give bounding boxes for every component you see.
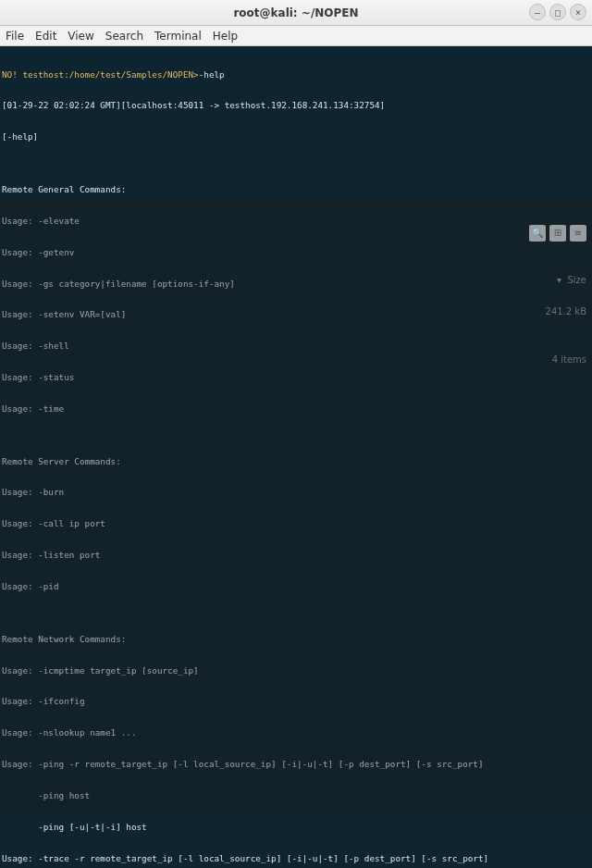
terminal-viewport[interactable]: NO! testhost:/home/test/Samples/NOPEN>-h… — [0, 46, 592, 868]
usage-line: Usage: -status — [2, 372, 590, 382]
menu-search[interactable]: Search — [105, 30, 143, 43]
prompt: NO! testhost:/home/test/Samples/NOPEN> — [2, 69, 199, 80]
usage-line: Usage: -listen port — [2, 550, 590, 560]
usage-line: Usage: -trace -r remote_target_ip [-l lo… — [2, 853, 590, 863]
maximize-button[interactable]: □ — [549, 4, 566, 20]
usage-line: Usage: -icmptime target_ip [source_ip] — [2, 665, 590, 676]
echo-line: [-help] — [2, 131, 590, 142]
menu-view[interactable]: View — [68, 30, 93, 43]
window-buttons: – □ × — [529, 4, 586, 20]
usage-line: -ping [-u|-t|-i] host — [2, 822, 590, 832]
menu-edit[interactable]: Edit — [35, 30, 56, 43]
usage-line: Usage: -getenv — [2, 247, 590, 257]
window-titlebar: root@kali: ~/NOPEN – □ × — [0, 0, 592, 26]
minimize-button[interactable]: – — [529, 4, 546, 20]
items-label: 4 items — [512, 354, 586, 365]
usage-line: Usage: -nslookup name1 ... — [2, 727, 590, 738]
section-header-general: Remote General Commands: — [2, 184, 590, 194]
search-icon: 🔍 — [529, 225, 546, 242]
menubar: File Edit View Search Terminal Help — [0, 26, 592, 46]
entered-command: -help — [199, 69, 225, 80]
section-header-server: Remote Server Commands: — [2, 456, 590, 466]
usage-line: Usage: -call ip port — [2, 518, 590, 528]
background-filemanager: 🔍 ⊞ ≡ ▾ Size 241.2 kB 4 items — [512, 204, 586, 386]
usage-line: Usage: -pid — [2, 581, 590, 591]
timestamp-line: [01-29-22 02:02:24 GMT][localhost:45011 … — [2, 100, 590, 110]
menu-icon: ≡ — [570, 225, 586, 242]
usage-line: -ping host — [2, 790, 590, 800]
dim-overlay — [0, 198, 592, 812]
usage-line: Usage: -ifconfig — [2, 696, 590, 706]
usage-line: Usage: -setenv VAR=[val] — [2, 309, 590, 319]
usage-line: Usage: -time — [2, 403, 590, 414]
menu-file[interactable]: File — [6, 30, 24, 43]
usage-line: Usage: -shell — [2, 341, 590, 351]
usage-line: Usage: -burn — [2, 487, 590, 497]
usage-line: Usage: -ping -r remote_target_ip [-l loc… — [2, 759, 590, 769]
menu-terminal[interactable]: Terminal — [154, 30, 202, 43]
window-title: root@kali: ~/NOPEN — [233, 6, 358, 19]
close-button[interactable]: × — [570, 4, 586, 20]
section-header-network: Remote Network Commands: — [2, 634, 590, 644]
menu-help[interactable]: Help — [213, 30, 238, 43]
grid-view-icon: ⊞ — [549, 225, 566, 242]
usage-line: Usage: -elevate — [2, 216, 590, 226]
usage-line: Usage: -gs category|filename [options-if… — [2, 279, 590, 289]
